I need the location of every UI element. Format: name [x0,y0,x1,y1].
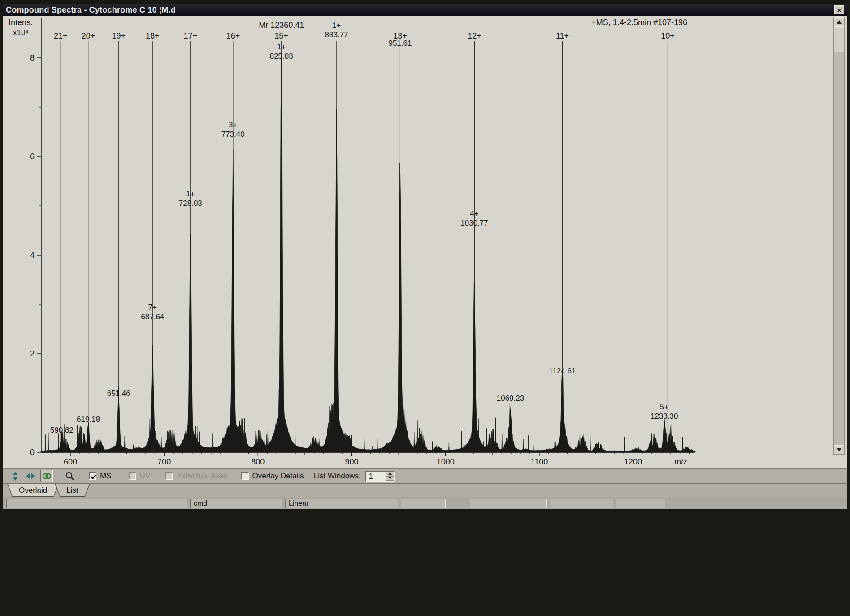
svg-text:619.18: 619.18 [77,415,100,424]
status-bar: cmd Linear [3,497,847,509]
svg-text:687.64: 687.64 [141,312,164,321]
svg-text:825.03: 825.03 [270,52,293,61]
tile-horizontal-button[interactable] [24,470,37,482]
link-spectra-button[interactable] [40,470,53,482]
vertical-arrows-icon [10,471,20,482]
svg-text:m/z: m/z [674,457,687,466]
svg-text:21+: 21+ [54,31,68,40]
svg-text:3+: 3+ [229,121,237,129]
status-cell [616,499,665,508]
svg-text:900: 900 [345,457,358,466]
svg-text:700: 700 [157,457,171,466]
up-arrow-icon [837,20,842,24]
svg-text:1100: 1100 [530,457,548,466]
svg-text:773.40: 773.40 [221,130,245,139]
svg-text:4: 4 [30,251,35,260]
status-cell-cmd: cmd [190,499,282,508]
scroll-down-button[interactable] [834,445,844,454]
tab-strip: Overlaid List [3,483,847,497]
svg-text:1200: 1200 [624,457,642,466]
svg-text:883.77: 883.77 [325,30,348,39]
status-cell-mode: Linear [285,499,398,508]
list-windows-value[interactable]: 1 [366,472,386,481]
svg-text:1+: 1+ [277,43,286,51]
svg-text:15+: 15+ [274,31,288,40]
svg-text:0: 0 [30,448,35,457]
horizontal-arrows-icon [25,472,36,481]
svg-text:18+: 18+ [146,31,160,40]
spinner-down-button[interactable] [386,476,394,481]
svg-text:+MS, 1.4-2.5min #107-196: +MS, 1.4-2.5min #107-196 [591,18,687,27]
close-icon: × [837,6,841,14]
vertical-scrollbar[interactable] [833,17,845,455]
tab-list-label: List [55,484,90,497]
tab-overlaid-label: Overlaid [7,484,59,497]
svg-text:1+: 1+ [186,190,195,198]
title-bar[interactable]: Compound Spectra - Cytochrome C 10 ¦M.d … [3,4,847,16]
app-window: Compound Spectra - Cytochrome C 10 ¦M.d … [3,4,847,509]
window-title: Compound Spectra - Cytochrome C 10 ¦M.d [6,5,176,15]
mass-spectrum-plot[interactable]: 02468600700800900100011001200m/z21+20+19… [41,17,695,454]
svg-text:600: 600 [64,457,77,466]
tile-vertical-button[interactable] [9,470,22,482]
uv-checkbox[interactable]: UV [129,472,151,481]
svg-text:20+: 20+ [81,31,95,40]
individual-axes-checkbox[interactable]: Individual Axes [165,472,227,481]
zoom-icon [65,471,75,482]
overlay-details-checkbox[interactable]: Overlay Details [241,472,304,481]
status-cell [401,499,446,508]
svg-text:800: 800 [251,457,265,466]
individual-axes-checkbox-label: Individual Axes [177,472,227,481]
status-cell [6,499,187,508]
svg-text:19+: 19+ [112,31,126,40]
spinner-up-button[interactable] [386,472,394,476]
svg-text:1069.23: 1069.23 [497,394,524,403]
svg-text:1000: 1000 [437,457,455,466]
svg-text:951.61: 951.61 [388,39,412,48]
svg-text:4+: 4+ [470,209,478,218]
status-cell [470,499,547,508]
link-icon [41,471,52,482]
zoom-button[interactable] [64,470,76,482]
checkbox-box [89,472,96,480]
screen-photo: Compound Spectra - Cytochrome C 10 ¦M.d … [0,0,850,616]
spinner-buttons [386,472,394,481]
svg-text:1+: 1+ [332,21,341,30]
spinner-up-icon [388,473,392,475]
svg-text:12+: 12+ [468,31,481,40]
y-axis-title: Intens. [9,18,33,27]
svg-text:728.03: 728.03 [179,199,202,208]
svg-text:6: 6 [30,152,35,161]
checkbox-box [129,472,136,480]
svg-text:651.46: 651.46 [107,389,130,398]
list-windows-spinner[interactable]: 1 [365,471,395,482]
svg-text:8: 8 [30,53,35,62]
checkbox-box [165,472,173,480]
list-windows-label: List Windows: [314,472,361,481]
svg-text:5+: 5+ [660,403,668,411]
ms-checkbox-label: MS [100,472,112,481]
ms-checkbox[interactable]: MS [89,472,112,481]
svg-text:16+: 16+ [226,31,240,40]
svg-text:1124.61: 1124.61 [549,367,576,375]
svg-text:2: 2 [30,349,35,358]
scrollbar-thumb[interactable] [834,26,844,52]
spinner-down-icon [388,477,392,479]
y-axis-scale-label: x10⁴ [13,28,29,37]
tab-list[interactable]: List [55,484,90,497]
status-cell [550,499,613,508]
overlay-details-checkbox-label: Overlay Details [252,472,304,481]
tab-overlaid[interactable]: Overlaid [7,484,59,497]
svg-text:7+: 7+ [148,303,157,312]
close-button[interactable]: × [834,5,844,14]
toolbar: MS UV Individual Axes Overlay Details Li… [3,468,847,483]
checkbox-box [241,472,249,480]
svg-text:17+: 17+ [183,31,197,40]
svg-text:590.82: 590.82 [50,426,74,434]
uv-checkbox-label: UV [140,472,151,481]
svg-text:1233.30: 1233.30 [651,412,678,421]
down-arrow-icon [837,448,842,451]
svg-text:Mr 12360.41: Mr 12360.41 [259,21,304,30]
scroll-up-button[interactable] [834,17,844,26]
svg-text:10+: 10+ [661,31,675,40]
